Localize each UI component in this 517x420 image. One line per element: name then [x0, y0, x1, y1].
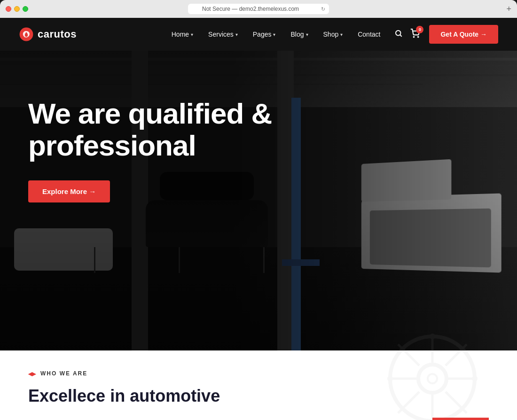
- tag-text: WHO WE ARE: [40, 370, 87, 377]
- logo-icon: [19, 27, 34, 42]
- explore-more-button[interactable]: Explore More →: [28, 180, 110, 202]
- chevron-down-icon: ▾: [235, 32, 238, 37]
- hero-section: We are qualified & professional Explore …: [0, 51, 517, 350]
- minimize-button[interactable]: [14, 6, 20, 12]
- cart-badge: 0: [416, 26, 423, 33]
- hero-title: We are qualified & professional: [28, 98, 301, 162]
- nav-item-blog[interactable]: Blog ▾: [290, 31, 308, 38]
- refresh-icon[interactable]: ↻: [321, 6, 325, 12]
- nav-item-services[interactable]: Services ▾: [208, 31, 238, 38]
- svg-point-6: [428, 374, 437, 383]
- svg-point-18: [472, 376, 478, 381]
- nav-item-shop[interactable]: Shop ▾: [323, 31, 343, 38]
- about-section: ◂▸ WHO WE ARE Excellece in automotive: [0, 350, 517, 420]
- address-bar[interactable]: Not Secure — demo2.themelexus.com ↻: [188, 4, 329, 14]
- red-accent-bar: [432, 418, 489, 420]
- hero-content: We are qualified & professional Explore …: [0, 51, 329, 240]
- nav-item-home[interactable]: Home ▾: [172, 31, 193, 38]
- logo[interactable]: carutos: [19, 27, 77, 42]
- nav-item-pages[interactable]: Pages ▾: [253, 31, 276, 38]
- decorative-arrows: ◂▸: [28, 369, 36, 378]
- website-content: carutos Home ▾ Services ▾ Pages ▾ Blog ▾…: [0, 18, 517, 420]
- svg-point-2: [414, 36, 415, 37]
- navbar: carutos Home ▾ Services ▾ Pages ▾ Blog ▾…: [0, 18, 517, 51]
- traffic-lights: [6, 6, 28, 12]
- svg-line-12: [446, 392, 467, 413]
- logo-text: carutos: [38, 28, 77, 40]
- svg-line-11: [398, 344, 419, 366]
- browser-chrome: Not Secure — demo2.themelexus.com ↻ +: [0, 0, 517, 18]
- url-text: Not Secure — demo2.themelexus.com: [202, 6, 299, 12]
- nav-item-contact[interactable]: Contact: [358, 31, 380, 38]
- chevron-down-icon: ▾: [306, 32, 308, 37]
- wheel-decoration: [385, 332, 479, 420]
- nav-icons: 0: [394, 29, 420, 40]
- maximize-button[interactable]: [23, 6, 28, 12]
- search-icon[interactable]: [394, 29, 403, 40]
- svg-line-14: [398, 392, 419, 413]
- new-tab-button[interactable]: +: [506, 5, 511, 13]
- nav-links: Home ▾ Services ▾ Pages ▾ Blog ▾ Shop ▾ …: [172, 31, 381, 38]
- close-button[interactable]: [6, 6, 11, 12]
- svg-point-17: [387, 376, 393, 381]
- cart-icon[interactable]: 0: [410, 29, 420, 40]
- svg-point-3: [418, 36, 419, 37]
- chevron-down-icon: ▾: [191, 32, 193, 37]
- svg-point-15: [430, 334, 435, 339]
- svg-point-1: [396, 31, 401, 36]
- svg-point-5: [418, 365, 446, 393]
- get-quote-button[interactable]: Get A Quote →: [429, 25, 498, 44]
- chevron-down-icon: ▾: [273, 32, 275, 37]
- chevron-down-icon: ▾: [340, 32, 343, 37]
- svg-line-13: [446, 344, 467, 366]
